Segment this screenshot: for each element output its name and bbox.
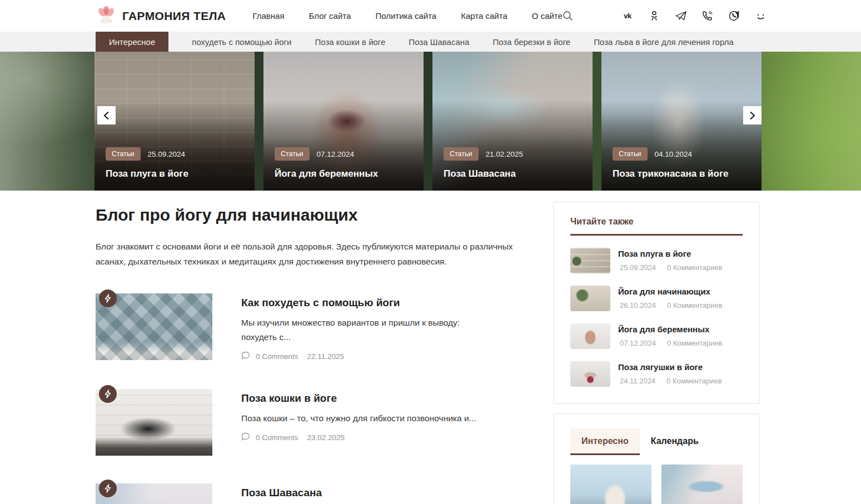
article-thumbnail[interactable] [96, 389, 212, 456]
article-date: 23.02.2025 [307, 433, 345, 442]
odnoklassniki-icon[interactable] [649, 11, 660, 22]
sidebar-post-date: 07.12.2024 [620, 339, 656, 347]
carousel-slide[interactable]: Статьи 21.02.2025 Поза Шавасана [432, 52, 593, 191]
sidebar-post-title[interactable]: Йога для начинающих [618, 287, 723, 296]
sidebar-post[interactable]: Поза плуга в йоге 25.09.2024 0 Комментар… [570, 248, 743, 273]
social-links: vk [622, 11, 767, 22]
article-comments[interactable]: 0 Comments [256, 352, 298, 361]
category-badge[interactable]: Статьи [275, 147, 310, 161]
tag-link[interactable]: Поза льва в йоге для лечения горла [594, 32, 734, 52]
nav-sitemap[interactable]: Карта сайта [461, 11, 507, 21]
slide-date: 21.02.2025 [486, 150, 524, 158]
sidebar-post-comments: 0 Комментариев [667, 301, 723, 310]
article-list: Как похудеть с помощью йоги Мы изучили м… [96, 293, 533, 504]
site-logo[interactable]: ГАРМОНИЯ ТЕЛА [96, 4, 226, 28]
featured-carousel: Статьи 25.09.2024 Поза плуга в йоге Стат… [0, 52, 861, 191]
tag-link[interactable]: Поза кошки в йоге [315, 32, 385, 52]
slide-title[interactable]: Поза плуга в йоге [106, 168, 247, 179]
slide-title[interactable]: Поза триконасана в йоге [613, 168, 754, 179]
category-badge[interactable]: Статьи [106, 147, 141, 161]
lightning-icon [99, 480, 117, 497]
comment-bubble-icon [241, 432, 250, 442]
slide-title[interactable]: Поза Шавасана [444, 168, 585, 179]
tab-calendar[interactable]: Календарь [640, 428, 710, 453]
tag-link[interactable]: Поза березки в йоге [492, 32, 570, 52]
carousel-prev-button[interactable] [97, 106, 116, 124]
page-intro: Блог знакомит с основами йоги и её польз… [96, 239, 529, 269]
sidebar-post-date: 25.09.2024 [620, 263, 656, 272]
sidebar-post-date: 24.11.2024 [620, 377, 655, 385]
category-badge[interactable]: Статьи [444, 147, 479, 161]
read-also-widget: Читайте также Поза плуга в йоге 25.09.20… [553, 202, 760, 404]
article-thumbnail[interactable] [96, 293, 212, 360]
article-title[interactable]: Поза кошки в йоге [241, 392, 476, 405]
main-navigation: Главная Блог сайта Политика сайта Карта … [252, 11, 562, 21]
tag-active[interactable]: Интересное [96, 32, 168, 52]
sidebar-post-title[interactable]: Поза лягушки в йоге [618, 362, 722, 372]
sidebar: Читайте также Поза плуга в йоге 25.09.20… [553, 191, 760, 504]
telegram-icon[interactable] [675, 11, 686, 22]
widget-tabs: Интересно Календарь [570, 428, 743, 453]
sidebar-post-image [570, 286, 610, 311]
nav-policy[interactable]: Политика сайта [375, 11, 436, 21]
sidebar-post-image [570, 361, 610, 387]
sidebar-post-title[interactable]: Поза плуга в йоге [618, 249, 723, 258]
article-comments[interactable]: 0 Comments [256, 433, 298, 442]
carousel-slide[interactable]: Статьи 07.12.2024 Йога для беременных [263, 52, 424, 191]
nav-blog[interactable]: Блог сайта [309, 11, 351, 21]
article-row: Поза кошки в йоге Поза кошки – то, что н… [96, 389, 533, 456]
sidebar-post[interactable]: Поза лягушки в йоге 24.11.2024 0 Коммент… [570, 361, 743, 387]
category-badge[interactable]: Статьи [613, 147, 648, 161]
lightning-icon [99, 290, 117, 307]
article-thumbnail[interactable] [96, 483, 212, 504]
sidebar-post[interactable]: Йога для беременных 07.12.2024 0 Коммент… [570, 323, 743, 349]
interesting-widget: Интересно Календарь [553, 413, 760, 504]
read-also-title: Читайте также [570, 217, 743, 236]
tag-link[interactable]: Поза Шавасана [409, 32, 469, 52]
sidebar-post[interactable]: Йога для начинающих 26.10.2024 0 Коммент… [570, 286, 743, 311]
article-excerpt: Поза кошки – то, что нужно для гибкости … [241, 411, 476, 426]
sidebar-post-comments: 0 Комментариев [666, 377, 722, 385]
sidebar-post-comments: 0 Комментариев [667, 263, 723, 272]
slide-title[interactable]: Йога для беременных [275, 168, 416, 179]
carousel-next-button[interactable] [743, 106, 762, 124]
article-title[interactable]: Поза Шавасана [241, 487, 441, 499]
vk-icon[interactable]: vk [622, 11, 633, 22]
slide-date: 04.10.2024 [655, 150, 693, 158]
interesting-post-image[interactable] [661, 465, 743, 504]
slide-date: 07.12.2024 [317, 150, 355, 158]
article-title[interactable]: Как похудеть с помощью йоги [241, 297, 486, 309]
article-row: Как похудеть с помощью йоги Мы изучили м… [96, 293, 533, 361]
carousel-slide[interactable]: Статьи 04.10.2024 Поза триконасана в йог… [601, 52, 762, 191]
article-row: Поза Шавасана Пожалуй, это одна из самых… [96, 483, 533, 504]
comment-bubble-icon [241, 351, 250, 361]
carousel-slide[interactable]: Статьи 25.09.2024 Поза плуга в йоге [94, 52, 255, 191]
interesting-post-image[interactable] [570, 465, 651, 504]
nav-about[interactable]: О сайте [532, 11, 563, 21]
sidebar-post-image [570, 248, 610, 273]
sidebar-post-date: 26.10.2024 [620, 301, 656, 310]
whatsapp-icon[interactable] [729, 11, 740, 22]
tab-interesting[interactable]: Интересно [570, 428, 640, 453]
site-header: ГАРМОНИЯ ТЕЛА Главная Блог сайта Политик… [0, 0, 861, 32]
article-date: 22.11.2025 [307, 352, 345, 361]
nav-home[interactable]: Главная [252, 11, 284, 21]
dzen-smiley-icon[interactable] [755, 11, 767, 22]
lightning-icon [99, 385, 117, 403]
article-excerpt: Мы изучили множество вариантов и пришли … [241, 316, 486, 345]
site-title: ГАРМОНИЯ ТЕЛА [122, 9, 226, 23]
lotus-logo-icon [96, 4, 117, 28]
tag-bar: Интересное похудеть с помощью йоги Поза … [0, 32, 861, 52]
viber-icon[interactable] [702, 11, 713, 22]
sidebar-post-title[interactable]: Йога для беременных [618, 325, 723, 334]
tag-link[interactable]: похудеть с помощью йоги [192, 32, 291, 52]
sidebar-post-image [570, 323, 610, 349]
sidebar-post-comments: 0 Комментариев [667, 339, 723, 347]
page-title: Блог про йогу для начинающих [96, 206, 533, 224]
slide-date: 25.09.2024 [148, 150, 186, 158]
search-icon[interactable] [563, 11, 573, 21]
